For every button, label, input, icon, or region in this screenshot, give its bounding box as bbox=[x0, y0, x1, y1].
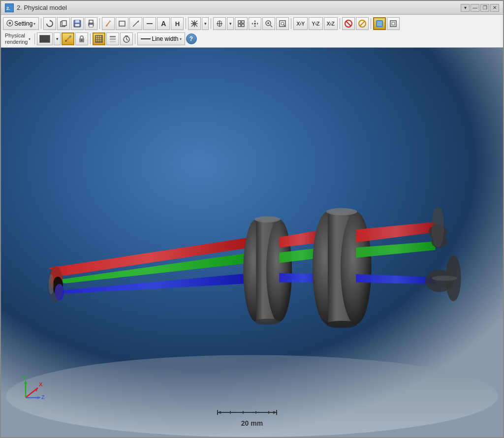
yiz-label: Y bbox=[312, 21, 315, 27]
svg-rect-31 bbox=[242, 24, 244, 27]
snap-button[interactable] bbox=[235, 17, 248, 30]
svg-rect-28 bbox=[238, 21, 241, 23]
dropdown-arrow-btn[interactable]: ▾ bbox=[461, 4, 470, 12]
color-swatch bbox=[39, 35, 50, 43]
sep7 bbox=[371, 18, 371, 29]
svg-line-47 bbox=[360, 21, 365, 26]
scale-bar-line bbox=[213, 407, 291, 417]
hline-button[interactable] bbox=[143, 17, 156, 30]
line-width-button[interactable]: Line width ▾ bbox=[137, 32, 185, 45]
svg-line-45 bbox=[346, 21, 351, 26]
viewport[interactable]: Z X Y bbox=[1, 48, 503, 437]
setting-dropdown-icon: ▾ bbox=[33, 22, 35, 26]
line-button[interactable] bbox=[129, 17, 142, 30]
svg-rect-13 bbox=[89, 24, 90, 25]
svg-point-86 bbox=[254, 216, 280, 222]
svg-marker-32 bbox=[254, 20, 256, 22]
window-controls: ▾ — ❐ ✕ bbox=[461, 4, 499, 12]
setting-button[interactable]: Setting ▾ bbox=[3, 17, 39, 30]
parallel-button[interactable]: H bbox=[171, 17, 184, 30]
zoom-window-button[interactable] bbox=[276, 17, 289, 30]
wireframe-view-button[interactable] bbox=[387, 17, 400, 30]
setting-label: Setting bbox=[14, 20, 32, 27]
svg-marker-106 bbox=[37, 396, 40, 399]
main-window: 2. 2. Physical model ▾ — ❐ ✕ bbox=[0, 0, 504, 438]
physical-rendering-dropdown-icon: ▾ bbox=[29, 37, 31, 41]
scene-svg bbox=[1, 48, 503, 437]
sep9 bbox=[90, 33, 91, 44]
svg-text:Y: Y bbox=[22, 375, 26, 380]
svg-rect-66 bbox=[110, 41, 116, 42]
save-button[interactable] bbox=[71, 17, 84, 30]
line-width-label: Line width bbox=[152, 35, 178, 42]
sep4 bbox=[211, 18, 211, 29]
svg-marker-34 bbox=[252, 23, 253, 25]
svg-point-3 bbox=[9, 22, 11, 24]
view3d-button[interactable] bbox=[213, 17, 226, 30]
pan-button[interactable] bbox=[249, 17, 261, 30]
svg-rect-6 bbox=[62, 21, 66, 26]
svg-point-102 bbox=[432, 207, 444, 248]
refresh-button[interactable] bbox=[43, 17, 56, 30]
sep2 bbox=[99, 18, 100, 29]
svg-text:2.: 2. bbox=[6, 6, 10, 11]
timer-button[interactable] bbox=[120, 32, 133, 45]
svg-rect-65 bbox=[110, 38, 116, 40]
color-swatch-button[interactable] bbox=[37, 32, 53, 45]
setting-icon bbox=[6, 20, 13, 28]
no2-button[interactable] bbox=[356, 17, 369, 30]
svg-point-54 bbox=[65, 40, 67, 42]
no1-button[interactable] bbox=[342, 17, 355, 30]
svg-text:Z: Z bbox=[41, 394, 45, 400]
copy-button[interactable] bbox=[57, 17, 70, 30]
layers-button[interactable] bbox=[106, 32, 119, 45]
svg-marker-35 bbox=[257, 23, 258, 25]
scale-bar: 20 mm bbox=[213, 407, 291, 427]
svg-point-95 bbox=[326, 321, 357, 328]
print-button[interactable] bbox=[85, 17, 97, 30]
help-icon: ? bbox=[189, 35, 193, 42]
zoom-button[interactable] bbox=[262, 17, 275, 30]
solid-view-button[interactable] bbox=[373, 17, 386, 30]
svg-rect-51 bbox=[392, 22, 395, 25]
yiz-button[interactable]: YIZ bbox=[309, 17, 322, 30]
text-button[interactable]: A bbox=[157, 17, 170, 30]
pencil-button[interactable] bbox=[102, 17, 115, 30]
svg-point-36 bbox=[254, 23, 256, 25]
physical-rendering-label: Physicalrendering bbox=[5, 32, 28, 45]
sep10 bbox=[135, 33, 135, 44]
svg-line-69 bbox=[126, 39, 128, 40]
line-width-dropdown-icon: ▾ bbox=[180, 37, 182, 41]
xiy-button[interactable]: XIY bbox=[293, 17, 308, 30]
grid-button[interactable] bbox=[93, 32, 105, 45]
title-bar-left: 2. 2. Physical model bbox=[5, 3, 67, 12]
sep6 bbox=[340, 18, 340, 29]
svg-point-87 bbox=[254, 319, 280, 325]
svg-line-38 bbox=[270, 25, 272, 27]
svg-point-56 bbox=[81, 40, 83, 41]
color-dropdown-button[interactable]: ▾ bbox=[54, 32, 61, 45]
svg-rect-50 bbox=[390, 21, 396, 27]
star-dropdown-button[interactable]: ▾ bbox=[202, 17, 209, 30]
axis-indicator: Z X Y bbox=[16, 373, 50, 407]
xiy-label: X bbox=[296, 21, 300, 27]
xiz-label: X bbox=[327, 21, 330, 27]
title-bar: 2. 2. Physical model ▾ — ❐ ✕ bbox=[1, 1, 503, 15]
svg-marker-122 bbox=[273, 411, 277, 414]
xiz-button[interactable]: XIZ bbox=[324, 17, 338, 30]
lock-button[interactable] bbox=[75, 32, 88, 45]
rectangle-button[interactable] bbox=[116, 17, 128, 30]
close-button[interactable]: ✕ bbox=[490, 4, 499, 12]
svg-rect-17 bbox=[119, 21, 125, 26]
svg-text:X: X bbox=[39, 381, 43, 387]
star-button[interactable] bbox=[188, 17, 201, 30]
minimize-button[interactable]: — bbox=[471, 4, 479, 12]
physical-rendering-button[interactable]: Physicalrendering ▾ bbox=[3, 32, 32, 45]
active-tool-button[interactable] bbox=[62, 32, 74, 45]
view3d-dropdown-button[interactable]: ▾ bbox=[227, 17, 234, 30]
help-button[interactable]: ? bbox=[186, 33, 197, 44]
restore-button[interactable]: ❐ bbox=[480, 4, 489, 12]
toolbar-area: Setting ▾ bbox=[1, 15, 503, 48]
svg-rect-12 bbox=[89, 25, 93, 27]
svg-marker-33 bbox=[254, 26, 256, 27]
